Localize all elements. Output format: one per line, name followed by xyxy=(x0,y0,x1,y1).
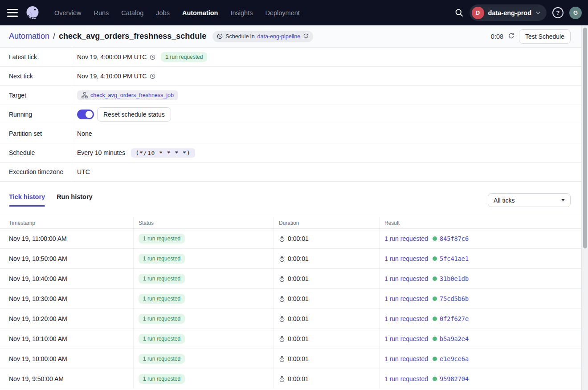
tab-tick-history[interactable]: Tick history xyxy=(9,193,45,207)
history-tabs-row: Tick history Run history All ticks xyxy=(0,182,581,217)
run-id-link[interactable]: b5a9a2e4 xyxy=(440,335,469,342)
detail-label: Execution timezone xyxy=(0,162,72,181)
run-id-link[interactable]: 31b0e1db xyxy=(440,275,469,282)
search-icon[interactable] xyxy=(454,8,464,17)
tick-duration: 0:00:01 xyxy=(288,335,309,342)
clock-icon xyxy=(217,33,223,39)
tick-duration: 0:00:01 xyxy=(288,255,309,262)
table-row: Nov 19, 10:20:00 AM 1 run requested 0:00… xyxy=(0,309,581,329)
tick-duration: 0:00:01 xyxy=(288,295,309,302)
nav-item-automation[interactable]: Automation xyxy=(176,6,225,20)
nav-item-jobs[interactable]: Jobs xyxy=(150,6,176,20)
stopwatch-icon xyxy=(279,336,285,342)
scrollbar-thumb[interactable] xyxy=(583,28,587,248)
top-nav: Overview Runs Catalog Jobs Automation In… xyxy=(0,0,588,25)
detail-row-next-tick: Next tick Nov 19, 4:10:00 PM UTC xyxy=(0,67,581,86)
run-status-dot-icon xyxy=(433,337,437,341)
reset-schedule-status-button[interactable]: Reset schedule status xyxy=(97,107,171,122)
detail-row-target: Target check_avg_orders_freshness_job xyxy=(0,86,581,105)
run-id-link[interactable]: 845f87c6 xyxy=(440,235,469,242)
user-avatar[interactable]: G xyxy=(569,7,582,19)
run-id-link[interactable]: e1e9ce6a xyxy=(440,355,469,362)
workspace-switcher[interactable]: D data-eng-prod xyxy=(470,4,547,21)
primary-nav: Overview Runs Catalog Jobs Automation In… xyxy=(48,6,306,20)
detail-label: Schedule xyxy=(0,143,72,162)
tab-run-history[interactable]: Run history xyxy=(57,193,93,200)
table-row: Nov 19, 10:40:00 AM 1 run requested 0:00… xyxy=(0,269,581,289)
tick-timestamp: Nov 19, 10:30:00 AM xyxy=(0,295,133,302)
tick-timestamp: Nov 19, 10:40:00 AM xyxy=(0,275,133,282)
nav-item-runs[interactable]: Runs xyxy=(87,6,115,20)
run-id-link[interactable]: 75cd5b6b xyxy=(440,295,469,302)
run-requested-link[interactable]: 1 run requested xyxy=(384,295,428,302)
tick-status-badge: 1 run requested xyxy=(139,354,185,364)
test-schedule-button[interactable]: Test Schedule xyxy=(519,29,571,44)
latest-tick-value: Nov 19, 4:00:00 PM UTC xyxy=(77,53,147,61)
tick-timestamp: Nov 19, 11:00:00 AM xyxy=(0,235,133,242)
tick-timestamp: Nov 19, 10:10:00 AM xyxy=(0,335,133,342)
chevron-down-icon xyxy=(535,11,541,15)
nav-item-insights[interactable]: Insights xyxy=(224,6,259,20)
tick-status-badge: 1 run requested xyxy=(139,294,185,304)
tick-filter-select[interactable]: All ticks xyxy=(488,193,571,207)
table-row: Nov 19, 10:50:00 AM 1 run requested 0:00… xyxy=(0,249,581,269)
tick-timestamp: Nov 19, 10:00:00 AM xyxy=(0,355,133,362)
tick-duration: 0:00:01 xyxy=(288,375,309,382)
tick-duration: 0:00:01 xyxy=(288,315,309,322)
run-requested-link[interactable]: 1 run requested xyxy=(384,235,428,242)
run-requested-link[interactable]: 1 run requested xyxy=(384,275,428,282)
code-location-badge: Schedule in data-eng-pipeline xyxy=(212,31,313,42)
run-id-link[interactable]: 95982704 xyxy=(440,375,469,382)
nav-item-deployment[interactable]: Deployment xyxy=(259,6,306,20)
vertical-scrollbar xyxy=(581,25,588,390)
detail-row-partition-set: Partition set None xyxy=(0,124,581,143)
tick-status-badge: 1 run requested xyxy=(139,314,185,324)
run-requested-link[interactable]: 1 run requested xyxy=(384,335,428,342)
table-row: Nov 19, 10:00:00 AM 1 run requested 0:00… xyxy=(0,349,581,369)
run-requested-link[interactable]: 1 run requested xyxy=(384,375,428,382)
table-row: Nov 19, 10:10:00 AM 1 run requested 0:00… xyxy=(0,329,581,349)
cron-expression: (*/10 * * * *) xyxy=(131,148,195,158)
breadcrumb-separator: / xyxy=(53,32,55,41)
breadcrumb-automation-link[interactable]: Automation xyxy=(9,32,49,41)
nav-item-catalog[interactable]: Catalog xyxy=(115,6,150,20)
tick-duration: 0:00:01 xyxy=(288,235,309,242)
hamburger-menu-icon[interactable] xyxy=(7,9,18,17)
schedule-value: Every 10 minutes xyxy=(77,149,125,156)
target-job-pill: check_avg_orders_freshness_job xyxy=(77,90,178,100)
timezone-value: UTC xyxy=(77,168,90,175)
schedule-details: Latest tick Nov 19, 4:00:00 PM UTC 1 run… xyxy=(0,48,581,182)
run-requested-link[interactable]: 1 run requested xyxy=(384,315,428,322)
target-job-link[interactable]: check_avg_orders_freshness_job xyxy=(90,92,174,98)
running-toggle[interactable] xyxy=(77,110,94,119)
help-icon[interactable]: ? xyxy=(552,7,564,18)
detail-label: Target xyxy=(0,86,72,105)
run-requested-link[interactable]: 1 run requested xyxy=(384,355,428,362)
run-requested-link[interactable]: 1 run requested xyxy=(384,255,428,262)
column-header-duration: Duration xyxy=(274,217,379,228)
nav-item-overview[interactable]: Overview xyxy=(48,6,87,20)
tick-status-badge: 1 run requested xyxy=(139,374,185,384)
stopwatch-icon xyxy=(279,236,285,242)
code-location-link[interactable]: data-eng-pipeline xyxy=(257,33,301,40)
badge-prefix: Schedule in xyxy=(225,33,254,40)
column-header-timestamp: Timestamp xyxy=(0,220,133,226)
run-id-link[interactable]: 0f2f627e xyxy=(440,315,469,322)
run-status-dot-icon xyxy=(433,236,437,241)
run-status-dot-icon xyxy=(433,256,437,261)
stopwatch-icon xyxy=(279,256,285,262)
tick-history-table: Timestamp Status Duration Result Nov 19,… xyxy=(0,217,581,389)
detail-row-latest-tick: Latest tick Nov 19, 4:00:00 PM UTC 1 run… xyxy=(0,48,581,67)
tick-status-badge: 1 run requested xyxy=(139,234,185,244)
stopwatch-icon xyxy=(279,276,285,282)
refresh-countdown: 0:08 xyxy=(491,33,503,40)
partition-set-value: None xyxy=(77,130,92,137)
reload-icon xyxy=(303,33,309,39)
tick-duration: 0:00:01 xyxy=(288,275,309,282)
refresh-icon[interactable] xyxy=(508,33,514,40)
run-id-link[interactable]: 5fc41ae1 xyxy=(440,255,469,262)
detail-label: Next tick xyxy=(0,67,72,85)
detail-label: Partition set xyxy=(0,124,72,143)
select-caret-icon xyxy=(561,199,565,201)
clock-icon xyxy=(150,54,155,60)
